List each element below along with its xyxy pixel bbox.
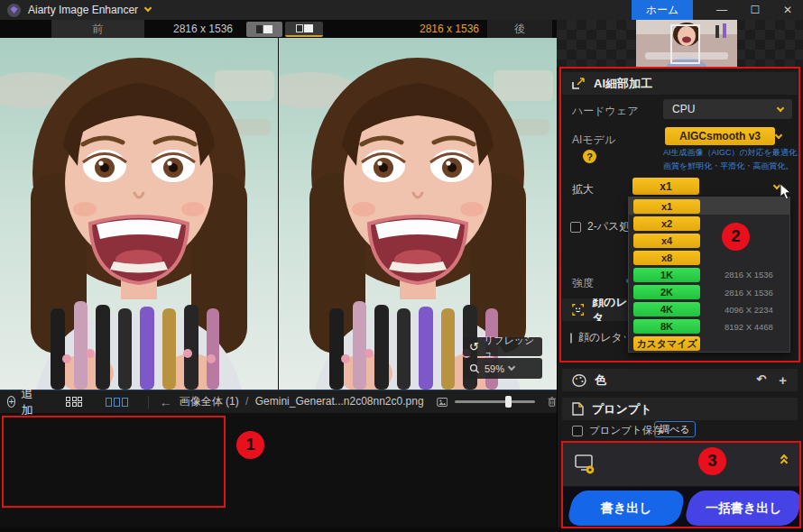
ai-model-select[interactable]: AIGCsmooth v3 bbox=[665, 127, 775, 145]
split-view-icon bbox=[256, 25, 263, 33]
zoom-control[interactable]: 59% bbox=[463, 358, 542, 379]
scale-option-row[interactable]: 2K 2816 X 1536 bbox=[629, 283, 789, 300]
thumbnail-strip: ✓ bbox=[0, 413, 557, 532]
maximize-button[interactable]: ☐ bbox=[742, 0, 769, 20]
slider-handle[interactable] bbox=[505, 396, 512, 408]
hardware-value: CPU bbox=[672, 103, 695, 115]
breadcrumb: 画像全体 (1) / Gemini_Generat...n2c08nn2c0.p… bbox=[180, 394, 424, 409]
toolbar-divider bbox=[148, 396, 149, 408]
back-arrow-icon[interactable]: ← bbox=[160, 395, 172, 409]
app-menu-chevron-icon[interactable] bbox=[144, 5, 152, 12]
minimize-button[interactable]: — bbox=[708, 0, 735, 20]
face-retouch-icon bbox=[572, 303, 584, 316]
prompt-save-label: プロンプト保存 bbox=[589, 424, 663, 437]
scale-option-resolution: 2816 X 1536 bbox=[725, 288, 773, 298]
navigator-viewport-rect[interactable] bbox=[670, 24, 700, 64]
scale-option-row[interactable]: x8 bbox=[629, 249, 789, 266]
scale-option-pill[interactable]: x2 bbox=[633, 216, 700, 231]
breadcrumb-root[interactable]: 画像全体 (1) bbox=[180, 395, 239, 408]
side-by-side-view-button[interactable] bbox=[285, 22, 323, 37]
collapse-double-chevron-icon[interactable] bbox=[781, 455, 787, 464]
plus-circle-icon: + bbox=[7, 396, 15, 408]
app-title: Aiarty Image Enhancer bbox=[28, 4, 138, 16]
export-settings-header[interactable]: 書き出し設定 2816 X 1536JPG bbox=[563, 443, 799, 486]
hardware-label: ハードウェア bbox=[572, 104, 638, 119]
prompt-save-checkbox[interactable]: プロンプト保存 bbox=[572, 424, 663, 437]
scale-option-row[interactable]: 8K 8192 X 4468 bbox=[629, 318, 789, 335]
home-button[interactable]: ホーム bbox=[632, 0, 693, 20]
before-tab[interactable]: 前 bbox=[51, 20, 144, 38]
detail-section-title: AI細部加工 bbox=[594, 76, 652, 92]
add-image-button[interactable]: + 追加 bbox=[7, 386, 37, 418]
annotation-circle-1: 1 bbox=[236, 431, 264, 459]
model-description-line1: AI生成画像（AIGC）の対応を最適化、 bbox=[663, 146, 798, 159]
scale-label: 拡大 bbox=[572, 182, 594, 197]
side-by-side-icon bbox=[296, 24, 303, 32]
detail-enhance-icon bbox=[572, 77, 586, 90]
annotation-circle-2: 2 bbox=[722, 223, 750, 251]
ai-model-label: AIモデル bbox=[572, 133, 615, 148]
thumbnail-size-slider[interactable] bbox=[455, 400, 535, 403]
compare-bar: 前 2816 x 1536 2816 x 1536 後 bbox=[0, 20, 557, 38]
prompt-section-title: プロンプト bbox=[592, 401, 652, 417]
face-section-header[interactable]: 顔のレタ bbox=[562, 298, 634, 321]
export-settings-icon bbox=[574, 453, 597, 476]
scale-option-row[interactable]: x1 bbox=[629, 197, 789, 215]
scale-option-pill[interactable]: 2K bbox=[633, 285, 700, 299]
scale-option-resolution: 2816 X 1536 bbox=[725, 270, 773, 280]
refresh-button[interactable]: ↺ リフレッシュ bbox=[463, 337, 542, 356]
delete-trash-icon[interactable] bbox=[548, 395, 557, 408]
color-section-header[interactable]: 色 ↶ + bbox=[562, 369, 798, 391]
after-tab[interactable]: 後 bbox=[487, 20, 552, 38]
scale-option-row[interactable]: カスタマイズ bbox=[629, 335, 789, 353]
mouse-cursor bbox=[780, 183, 792, 201]
color-section-title: 色 bbox=[595, 372, 606, 389]
inspect-button[interactable]: 調べる bbox=[654, 421, 696, 437]
scale-option-row[interactable]: x4 bbox=[629, 232, 789, 249]
zoom-chevron-icon bbox=[508, 363, 515, 371]
filmstrip-view-button[interactable] bbox=[106, 398, 128, 407]
checkbox-icon bbox=[570, 222, 581, 233]
grid-view-button[interactable] bbox=[66, 397, 82, 408]
scale-option-pill[interactable]: 8K bbox=[633, 319, 700, 334]
scale-select[interactable]: x1 bbox=[632, 178, 699, 195]
scale-option-resolution: 8192 X 4468 bbox=[725, 322, 773, 332]
detail-section-header[interactable]: AI細部加工 bbox=[562, 72, 798, 95]
face-checkbox-label: 顔のレタッ bbox=[578, 330, 626, 345]
navigator-preview[interactable] bbox=[557, 20, 803, 68]
refresh-label: リフレッシュ bbox=[484, 334, 536, 361]
single-split-view-button[interactable] bbox=[246, 22, 282, 37]
strength-label: 強度 bbox=[572, 276, 594, 291]
help-icon[interactable]: ? bbox=[583, 150, 596, 163]
export-button[interactable]: 書き出し bbox=[566, 491, 687, 526]
file-toolbar: + 追加 ← 画像全体 (1) / Gemini_Generat...n2c08… bbox=[0, 390, 557, 413]
hardware-select[interactable]: CPU bbox=[663, 99, 792, 119]
plus-icon[interactable]: + bbox=[779, 372, 787, 388]
scale-option-pill[interactable]: カスタマイズ bbox=[633, 336, 700, 351]
magnifier-icon bbox=[469, 363, 480, 374]
color-palette-icon bbox=[572, 374, 586, 387]
scale-option-row[interactable]: 4K 4096 X 2234 bbox=[629, 301, 789, 318]
checkbox-icon bbox=[572, 426, 583, 436]
zoom-level-value: 59% bbox=[485, 363, 504, 374]
scale-option-pill[interactable]: x8 bbox=[633, 251, 700, 265]
face-retouch-checkbox[interactable]: 顔のレタッ bbox=[570, 330, 626, 345]
undo-icon[interactable]: ↶ bbox=[756, 372, 766, 388]
add-label: 追加 bbox=[21, 386, 37, 418]
close-button[interactable]: ✕ bbox=[774, 0, 801, 20]
scale-option-row[interactable]: 1K 2816 X 1536 bbox=[629, 266, 789, 283]
thumbnail-size-icon bbox=[437, 396, 448, 408]
before-image-preview[interactable] bbox=[0, 38, 278, 390]
scale-option-pill[interactable]: 1K bbox=[633, 268, 700, 282]
prompt-section-header[interactable]: プロンプト bbox=[562, 398, 798, 420]
scale-option-pill[interactable]: 4K bbox=[633, 302, 700, 316]
scale-option-row[interactable]: x2 bbox=[629, 215, 789, 232]
scale-option-pill[interactable]: x1 bbox=[633, 199, 700, 214]
before-size-label: 2816 x 1536 bbox=[158, 20, 248, 38]
scale-option-pill[interactable]: x4 bbox=[633, 234, 700, 248]
scale-dropdown-list: x1 x2 x4 x8 1K 2816 X 1536 bbox=[628, 197, 790, 353]
title-bar: Aiarty Image Enhancer ホーム — ☐ ✕ bbox=[0, 0, 803, 20]
batch-export-button[interactable]: 一括書き出し bbox=[683, 491, 803, 526]
export-button-row: 書き出し 一括書き出し bbox=[561, 487, 801, 528]
annotation-circle-3: 3 bbox=[698, 447, 726, 475]
